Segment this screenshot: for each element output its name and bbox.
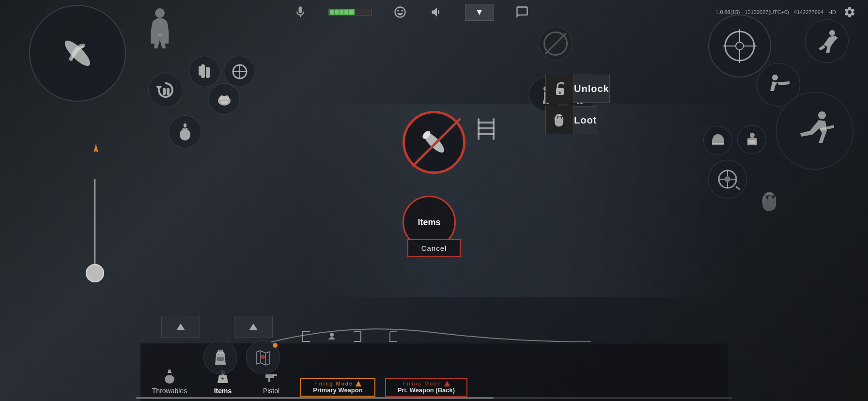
- secondary-firing-mode-card: Firing Mode Pri. Weapon (Back): [385, 378, 467, 397]
- grenade-top-icon[interactable]: [169, 115, 202, 148]
- crosshair-circle[interactable]: [708, 15, 771, 77]
- scope-right-icon[interactable]: [708, 160, 747, 199]
- svg-point-12: [180, 129, 190, 140]
- helmet-icon[interactable]: [703, 126, 732, 155]
- secondary-firing-mode-subtitle: Pri. Weapon (Back): [392, 386, 461, 394]
- player-ball: [86, 264, 104, 282]
- svg-rect-60: [217, 357, 224, 361]
- hand-loot-icon: [546, 106, 574, 134]
- center-bullet-circle[interactable]: [403, 111, 465, 174]
- svg-rect-16: [221, 101, 228, 104]
- svg-point-18: [736, 42, 744, 50]
- no-sign: [543, 31, 568, 56]
- svg-point-15: [224, 95, 229, 100]
- svg-point-32: [818, 111, 826, 119]
- reload-icon[interactable]: [148, 73, 183, 108]
- backpack-strip-icon[interactable]: [203, 340, 237, 374]
- svg-marker-57: [356, 381, 361, 386]
- scroll-thumb: [136, 397, 494, 399]
- vehicle-driver-icon[interactable]: [737, 125, 766, 154]
- mic-icon[interactable]: [292, 3, 309, 21]
- svg-marker-8: [156, 86, 162, 90]
- voice-level-bar: [328, 9, 372, 15]
- strip-icons: [203, 340, 280, 374]
- player-position-dot: [89, 143, 103, 157]
- unlock-label: Unlock: [574, 83, 609, 94]
- mask-icon[interactable]: [208, 83, 240, 115]
- throwables-tab-label: Throwables: [152, 387, 187, 395]
- svg-point-51: [330, 333, 334, 337]
- svg-rect-47: [478, 127, 495, 129]
- svg-point-24: [772, 75, 778, 80]
- svg-point-1: [155, 8, 165, 18]
- quality-badge: HD: [828, 9, 836, 15]
- svg-point-61: [261, 355, 265, 359]
- boot-no-entry-icon[interactable]: [539, 27, 573, 61]
- dropdown-button[interactable]: ▼: [465, 4, 494, 21]
- glove-right-icon[interactable]: [753, 184, 787, 218]
- svg-marker-58: [444, 381, 450, 386]
- items-up-button[interactable]: [234, 316, 273, 338]
- chat-icon[interactable]: [513, 3, 531, 21]
- items-circle-label: Items: [418, 217, 440, 228]
- primary-firing-mode-card: Firing Mode Primary Weapon: [300, 378, 375, 397]
- kneeling-soldier-circle[interactable]: [776, 92, 853, 170]
- svg-point-37: [725, 176, 730, 182]
- scope-icon[interactable]: [224, 56, 255, 87]
- top-bar-center: ▼: [292, 3, 531, 21]
- svg-rect-35: [712, 143, 724, 145]
- svg-point-23: [829, 30, 835, 36]
- ladder-icon: [473, 116, 499, 144]
- running-soldier-icon[interactable]: [805, 19, 849, 63]
- player-stick: [94, 179, 95, 266]
- ammo-icon[interactable]: [189, 56, 220, 87]
- version-text: 1.0.88(15): [715, 9, 740, 15]
- secondary-firing-mode-title: Firing Mode: [392, 381, 461, 386]
- svg-rect-46: [478, 122, 495, 123]
- settings-button[interactable]: [841, 3, 858, 21]
- tab-throwables[interactable]: Throwables: [140, 364, 199, 399]
- loot-label: Loot: [574, 115, 597, 126]
- loot-button[interactable]: Loot: [545, 106, 597, 134]
- svg-rect-4: [199, 66, 202, 76]
- map-strip-icon[interactable]: [246, 340, 280, 374]
- throwables-up-button[interactable]: [161, 316, 200, 338]
- cancel-button[interactable]: Cancel: [407, 239, 461, 257]
- session-text: 10132027(UTC+0): [744, 9, 789, 15]
- cancel-label: Cancel: [421, 244, 447, 252]
- lock-icon: [546, 75, 574, 103]
- primary-firing-mode-subtitle: Primary Weapon: [307, 386, 369, 394]
- player-id-text: 4142277664: [794, 9, 823, 15]
- dropdown-icon: ▼: [475, 7, 484, 17]
- bullet-large-circle[interactable]: [29, 5, 126, 102]
- primary-firing-mode-title: Firing Mode: [307, 381, 369, 386]
- svg-rect-10: [167, 88, 170, 95]
- svg-rect-56: [273, 374, 277, 376]
- emote-icon[interactable]: [391, 3, 409, 21]
- svg-rect-55: [265, 374, 274, 378]
- tab-pri-weapon-back[interactable]: Firing Mode Pri. Weapon (Back): [380, 378, 472, 399]
- svg-rect-34: [748, 140, 756, 144]
- svg-rect-9: [163, 88, 166, 95]
- character-silhouette[interactable]: [140, 5, 179, 63]
- pistol-tab-label: Pistol: [263, 387, 279, 395]
- svg-rect-11: [184, 123, 186, 127]
- bracket-icons-right: [388, 329, 407, 344]
- svg-point-14: [219, 95, 224, 100]
- svg-point-53: [165, 375, 174, 384]
- throwables-tab-icon: [161, 368, 178, 385]
- volume-icon[interactable]: [428, 3, 446, 21]
- svg-rect-2: [201, 64, 205, 78]
- scroll-track[interactable]: [136, 397, 732, 399]
- unlock-button[interactable]: Unlock: [545, 75, 610, 103]
- items-tab-label: Items: [214, 387, 232, 395]
- bracket-icons: [300, 329, 363, 344]
- svg-point-33: [750, 133, 755, 138]
- tab-primary-weapon[interactable]: Firing Mode Primary Weapon: [295, 378, 380, 399]
- svg-rect-48: [478, 133, 495, 135]
- svg-rect-3: [206, 67, 210, 78]
